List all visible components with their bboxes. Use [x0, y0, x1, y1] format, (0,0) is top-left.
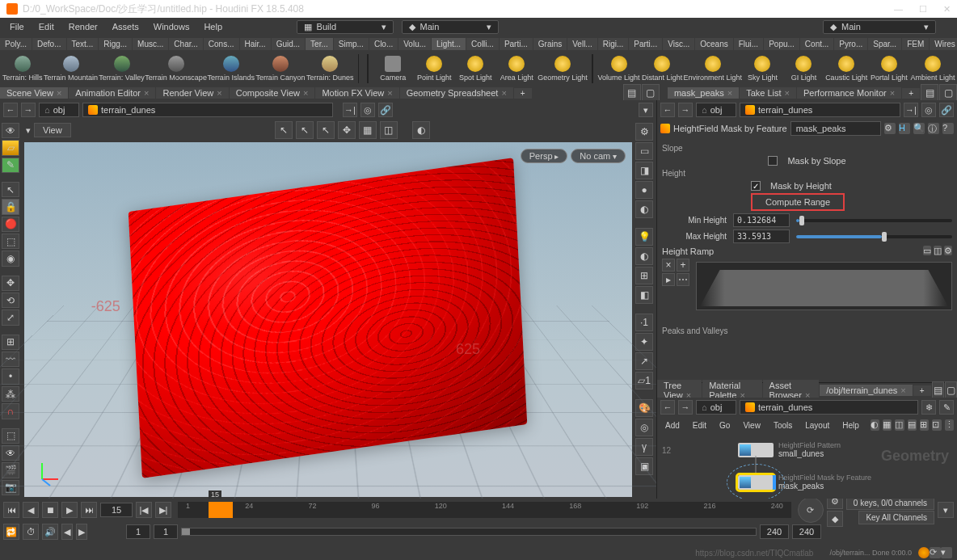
shelf-tab[interactable]: Char...	[169, 38, 202, 50]
pane-tab-perf[interactable]: Performance Monitor×	[797, 87, 901, 99]
path-context[interactable]: ⌂obj	[39, 103, 79, 117]
ramp-add-icon[interactable]: +	[677, 259, 689, 272]
persp-toggle[interactable]: Persp ▸	[521, 149, 568, 163]
shelf-tab[interactable]: Clo...	[369, 38, 398, 50]
shelf-tab[interactable]: Text...	[67, 38, 99, 50]
pin-icon[interactable]: →|	[343, 103, 357, 117]
shelf-tab[interactable]: Poly...	[0, 38, 32, 50]
shelf-tab[interactable]: Cons...	[204, 38, 239, 50]
secure-sel-icon[interactable]: 🔒	[2, 199, 19, 214]
backface-icon[interactable]: ◧	[635, 286, 653, 304]
stop-button[interactable]: ⏹	[42, 502, 58, 518]
pin-icon[interactable]: →|	[904, 103, 918, 117]
compute-range-button[interactable]: Compute Range	[751, 193, 845, 211]
pane-tab-anim-editor[interactable]: Animation Editor×	[69, 87, 155, 99]
pane-split-r-icon[interactable]: ▤	[921, 84, 938, 102]
shelf-tab[interactable]: Hair...	[240, 38, 271, 50]
menu-help[interactable]: Help	[197, 20, 229, 33]
houdini-h-icon[interactable]: H	[899, 123, 910, 134]
back-button[interactable]: ←	[3, 103, 18, 117]
link-icon[interactable]: 🔗	[939, 103, 954, 117]
ramp-preset-icon[interactable]: ▭	[923, 246, 931, 255]
pane-split-icon[interactable]: ▤	[623, 84, 641, 102]
shelf-tab[interactable]: Wires	[930, 38, 957, 50]
maximize-button[interactable]: ☐	[919, 4, 927, 15]
range-playstart[interactable]: 1	[154, 524, 178, 539]
pane-max-icon[interactable]: ▢	[642, 84, 660, 102]
shelf-tab[interactable]: Grains	[533, 38, 567, 50]
net-menu-view[interactable]: View	[738, 419, 765, 432]
pane-tab-geo-spreadsheet[interactable]: Geometry Spreadsheet×	[400, 87, 513, 99]
operator-name[interactable]: mask_peaks	[790, 121, 881, 136]
net-opt3-icon[interactable]: ◫	[895, 419, 904, 431]
tool-area-light[interactable]: Area Light	[496, 54, 537, 83]
shade-flat-icon[interactable]: ◨	[635, 162, 653, 179]
pane-tab-scene-view[interactable]: Scene View×	[0, 87, 68, 99]
max-height-input[interactable]: 33.5913	[733, 229, 790, 243]
handle-icon[interactable]: ✥	[338, 121, 356, 139]
parm-path-context[interactable]: ⌂obj	[696, 103, 736, 117]
tool-env-light[interactable]: Environment Light	[684, 54, 741, 83]
shelf-tab[interactable]: Visc...	[663, 38, 694, 50]
ramp-play-icon[interactable]: ▸	[662, 273, 675, 286]
view-label[interactable]: View	[34, 123, 71, 137]
shade-smooth-icon[interactable]: ●	[635, 181, 653, 199]
shelf-tab[interactable]: Spar...	[868, 38, 901, 50]
sel-mode-2-icon[interactable]: ↖	[296, 121, 314, 139]
view-menu-icon[interactable]: ▾	[26, 125, 31, 136]
menu-file[interactable]: File	[3, 20, 31, 33]
menu-edit[interactable]: Edit	[32, 20, 61, 33]
ramp-del-icon[interactable]: ×	[662, 259, 675, 272]
shelf-tab[interactable]: Musc...	[133, 38, 168, 50]
tool-gi-light[interactable]: GI Light	[783, 54, 824, 83]
pane-tab-composite[interactable]: Composite View×	[230, 87, 315, 99]
sel-box-icon[interactable]: ▱	[2, 140, 19, 155]
viewport-3d[interactable]: -625 625 Persp ▸ No cam ▾	[24, 142, 632, 497]
shelf-tab[interactable]: Pyro...	[834, 38, 867, 50]
ortho-icon[interactable]: ◫	[380, 121, 398, 139]
ramp-more-icon[interactable]: ⋯	[677, 273, 689, 286]
tool-terrain-moonscape[interactable]: Terrain Moonscape	[145, 54, 206, 83]
search-icon[interactable]: 🔍	[913, 123, 925, 134]
tool-distant-light[interactable]: Distant Light	[641, 54, 683, 83]
sel-visible-icon[interactable]: 🔴	[2, 217, 19, 232]
shelf-tab[interactable]: Light...	[432, 38, 466, 50]
tool-sky-light[interactable]: Sky Light	[742, 54, 782, 83]
status-menu-icon[interactable]: ▾	[941, 547, 952, 558]
range-next-icon[interactable]: ▶	[76, 524, 87, 540]
parm-path-node[interactable]: terrain_dunes	[740, 103, 900, 117]
play-button[interactable]: ▶	[61, 502, 78, 518]
net-menu-edit[interactable]: Edit	[688, 419, 711, 432]
min-height-input[interactable]: 0.132684	[733, 213, 790, 227]
net-menu-tools[interactable]: Tools	[769, 419, 797, 432]
cam-toggle[interactable]: No cam ▾	[571, 149, 626, 163]
min-height-slider[interactable]	[796, 219, 952, 222]
pane-max-r-icon[interactable]: ▢	[939, 84, 957, 102]
sel-lasso-icon[interactable]: ✎	[2, 158, 19, 173]
help-icon[interactable]: ?	[942, 123, 954, 134]
net-opt2-icon[interactable]: ▦	[883, 419, 892, 431]
net-tab-network[interactable]: /obj/terrain_dunes×	[820, 385, 913, 396]
net-opt5-icon[interactable]: ⊞	[920, 419, 929, 431]
prev-frame-button[interactable]: ◀	[23, 502, 39, 518]
range-playend[interactable]: 240	[760, 524, 789, 539]
gear-icon[interactable]: ⚙	[884, 123, 896, 134]
pane-tab-motionfx[interactable]: Motion FX View×	[315, 87, 398, 99]
tool-geo-light[interactable]: Geometry Light	[538, 54, 588, 83]
minimize-button[interactable]: —	[894, 4, 903, 15]
net-tab-add[interactable]: +	[913, 385, 931, 396]
menu-windows[interactable]: Windows	[147, 20, 196, 33]
target-icon[interactable]: ◎	[360, 103, 375, 117]
snap-grid-icon[interactable]: ⊞	[2, 335, 19, 350]
net-path-node[interactable]: terrain_dunes	[740, 400, 918, 415]
node-mask-peaks[interactable]: HeightField Mask by Featuremask_peaks	[738, 474, 871, 491]
pane-tab-parm[interactable]: mask_peaks×	[668, 87, 739, 99]
tool-terrain-canyon[interactable]: Terrain Canyon	[255, 54, 305, 83]
point-num-icon[interactable]: ·1	[635, 314, 653, 331]
tool-terrain-valley[interactable]: Terrain: Valley	[99, 54, 145, 83]
pane-tab-render-view[interactable]: Render View×	[156, 87, 228, 99]
net-max-icon[interactable]: ▢	[945, 381, 957, 399]
network-view[interactable]: Geometry 12 HeightField Patternsmall_dun…	[657, 433, 957, 499]
net-opt1-icon[interactable]: ◐	[871, 419, 879, 431]
net-freeze-icon[interactable]: ❄	[921, 400, 936, 415]
